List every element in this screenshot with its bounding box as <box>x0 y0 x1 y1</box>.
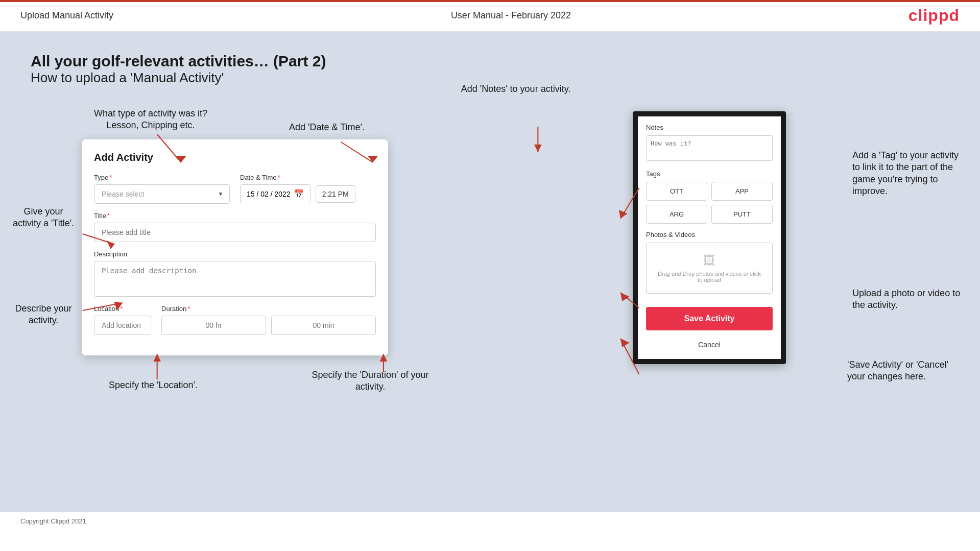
duration-label: Duration* <box>161 305 376 313</box>
notes-input[interactable] <box>646 135 773 161</box>
tags-grid: OTT APP ARG PUTT <box>646 182 773 224</box>
modal-header: Add Activity × <box>94 152 376 163</box>
annotation-title: Give your activity a 'Title'. <box>10 206 77 230</box>
type-label: Type* <box>94 174 230 181</box>
duration-group: Duration* <box>161 305 376 335</box>
type-group: Type* Please select <box>94 174 230 204</box>
tag-app[interactable]: APP <box>711 182 773 201</box>
annotation-location: Specify the 'Location'. <box>102 379 204 391</box>
notes-panel-label: Notes <box>646 124 773 131</box>
annotation-date-time: Add 'Date & Time'. <box>276 122 378 133</box>
tag-putt[interactable]: PUTT <box>711 205 773 224</box>
photo-icon: 🖼 <box>657 253 762 268</box>
svg-marker-13 <box>534 145 542 152</box>
annotation-notes: Add 'Notes' to your activity. <box>455 83 577 95</box>
location-group: Location* <box>94 305 151 335</box>
annotation-tag: Add a 'Tag' to your activity to link it … <box>852 150 965 198</box>
top-bar: Upload Manual Activity User Manual - Feb… <box>0 0 980 32</box>
duration-hr-input[interactable] <box>161 316 266 335</box>
type-select-wrapper[interactable]: Please select <box>94 184 230 204</box>
tags-panel-label: Tags <box>646 170 773 178</box>
annotation-upload: Upload a photo or video to the activity. <box>852 288 965 312</box>
title-label: Title* <box>94 212 376 220</box>
page-title: All your golf-relevant activities… (Part… <box>31 53 949 86</box>
save-activity-button[interactable]: Save Activity <box>646 307 773 330</box>
time-input[interactable]: 2:21 PM <box>316 185 355 203</box>
svg-marker-15 <box>619 210 628 219</box>
copyright: Copyright Clippd 2021 <box>20 517 86 525</box>
tag-ott[interactable]: OTT <box>646 182 707 201</box>
duration-min-input[interactable] <box>271 316 376 335</box>
svg-marker-17 <box>620 293 630 301</box>
page-label: Upload Manual Activity <box>20 10 113 21</box>
annotation-save: 'Save Activity' or 'Cancel' your changes… <box>847 359 965 383</box>
logo: clippd <box>909 6 960 25</box>
photo-drop-text: Drag and Drop photos and videos or click… <box>658 271 761 283</box>
location-duration-row: Location* Duration* <box>94 305 376 335</box>
svg-marker-19 <box>620 339 630 347</box>
annotation-describe: Describe your activity. <box>10 303 77 327</box>
datetime-group: Date & Time* 15 / 02 / 2022 📅 2:21 PM <box>240 174 376 204</box>
title-bold: All your golf-relevant activities… (Part… <box>31 53 949 70</box>
title-group: Title* <box>94 212 376 242</box>
type-select[interactable]: Please select <box>94 184 230 204</box>
date-input[interactable]: 15 / 02 / 2022 📅 <box>240 184 310 203</box>
modal-close-button[interactable]: × <box>370 153 376 163</box>
modal-title: Add Activity <box>94 152 153 163</box>
add-activity-modal: Add Activity × Type* Please select Date … <box>82 139 388 355</box>
description-label: Description <box>94 250 376 258</box>
manual-label: User Manual - February 2022 <box>451 10 571 21</box>
duration-inputs <box>161 316 376 335</box>
tags-section: Tags OTT APP ARG PUTT Photos & Videos 🖼 … <box>638 170 781 301</box>
main-content: All your golf-relevant activities… (Part… <box>0 32 980 512</box>
photos-label: Photos & Videos <box>646 231 773 238</box>
location-input[interactable] <box>94 316 151 335</box>
location-label: Location* <box>94 305 151 313</box>
description-textarea[interactable] <box>94 261 376 297</box>
type-datetime-row: Type* Please select Date & Time* 15 / 02… <box>94 174 376 204</box>
annotation-what-type: What type of activity was it? Lesson, Ch… <box>89 108 212 132</box>
notes-section: Notes <box>638 116 781 170</box>
footer: Copyright Clippd 2021 <box>0 512 980 530</box>
datetime-label: Date & Time* <box>240 174 376 181</box>
datetime-inputs: 15 / 02 / 2022 📅 2:21 PM <box>240 184 376 203</box>
title-input[interactable] <box>94 223 376 242</box>
photo-drop-zone[interactable]: 🖼 Drag and Drop photos and videos or cli… <box>646 243 773 294</box>
description-group: Description <box>94 250 376 297</box>
date-value: 15 / 02 / 2022 <box>247 190 291 198</box>
calendar-icon: 📅 <box>294 189 304 199</box>
phone-panel: Notes Tags OTT APP ARG PUTT Photos & Vid… <box>633 111 786 364</box>
tag-arg[interactable]: ARG <box>646 205 707 224</box>
annotation-duration: Specify the 'Duration' of your activity. <box>306 369 434 393</box>
cancel-button[interactable]: Cancel <box>638 337 781 353</box>
